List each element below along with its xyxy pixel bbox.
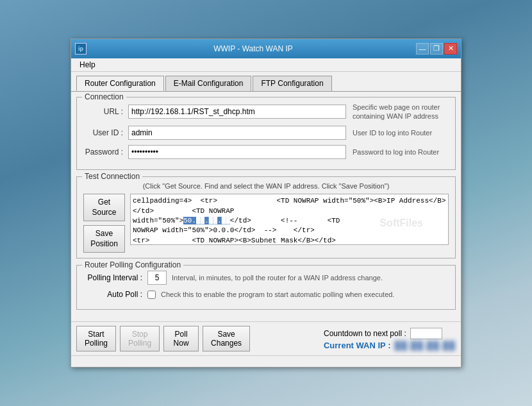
userid-hint: User ID to log into Router (346, 128, 449, 137)
autopoll-hint: Check this to enable the program to star… (156, 291, 394, 298)
tab-ftp-configuration[interactable]: FTP Configuration (253, 76, 331, 91)
url-label: URL : (83, 107, 128, 116)
wan-ip-label: Current WAN IP : (324, 341, 391, 350)
autopoll-checkbox-wrapper (147, 291, 156, 299)
countdown-label: Countdown to next poll : (324, 329, 406, 338)
footer-right: Countdown to next poll : Current WAN IP … (324, 328, 456, 350)
polling-group: Router Polling Configuration Polling Int… (76, 265, 456, 310)
url-row: URL : Specific web page on router contai… (83, 103, 449, 121)
polling-interval-label: Polling Interval : (83, 273, 147, 282)
footer: StartPolling StopPolling PollNow SaveCha… (71, 321, 461, 355)
tab-router-configuration[interactable]: Router Configuration (76, 76, 164, 91)
tab-email-configuration[interactable]: E-Mail Configuration (165, 76, 252, 91)
menubar: Help (71, 58, 461, 72)
status-bar (71, 355, 461, 367)
stop-polling-button[interactable]: StopPolling (120, 326, 160, 351)
wan-ip-row: Current WAN IP : ██.██.██.██ (324, 341, 456, 350)
minimize-button[interactable]: — (416, 43, 429, 55)
userid-input[interactable] (128, 126, 346, 140)
restore-button[interactable]: ❐ (430, 43, 443, 55)
window-title: WWIP - Watch WAN IP (90, 44, 416, 53)
source-container: cellpadding=4> <tr> <TD NOWRAP width="50… (130, 194, 449, 253)
polling-group-label: Router Polling Configuration (82, 260, 183, 269)
polling-interval-input[interactable] (147, 271, 167, 285)
autopoll-row: Auto Poll : Check this to enable the pro… (83, 290, 449, 299)
polling-interval-hint: Interval, in minutes, to poll the router… (167, 274, 383, 282)
wan-ip-value: ██.██.██.██ (394, 341, 456, 350)
source-display[interactable]: cellpadding=4> <tr> <TD NOWRAP width="50… (130, 194, 449, 245)
window-controls: — ❐ ✕ (416, 43, 457, 55)
url-input[interactable] (128, 105, 346, 119)
poll-now-button[interactable]: PollNow (163, 326, 199, 351)
save-position-button[interactable]: SavePosition (83, 225, 125, 253)
userid-label: User ID : (83, 128, 128, 137)
start-polling-button[interactable]: StartPolling (76, 326, 116, 351)
password-input[interactable] (128, 145, 346, 159)
password-row: Password : Password to log into Router (83, 145, 449, 159)
userid-row: User ID : User ID to log into Router (83, 126, 449, 140)
url-hint: Specific web page on router containing W… (346, 103, 449, 121)
app-icon: ip (75, 43, 87, 55)
close-button[interactable]: ✕ (444, 43, 457, 55)
main-content: Connection URL : Specific web page on ro… (71, 91, 461, 322)
polling-interval-row: Polling Interval : Interval, in minutes,… (83, 271, 449, 285)
autopoll-checkbox[interactable] (147, 291, 156, 299)
get-source-button[interactable]: GetSource (83, 194, 125, 221)
password-hint: Password to log into Router (346, 148, 449, 156)
test-buttons: GetSource SavePosition (83, 194, 125, 253)
test-connection-group: Test Connection (Click "Get Source. Find… (76, 176, 456, 258)
test-connection-content: GetSource SavePosition cellpadding=4> <t… (83, 194, 449, 253)
main-window: ip WWIP - Watch WAN IP — ❐ ✕ Help Router… (71, 38, 461, 368)
tabs: Router Configuration E-Mail Configuratio… (71, 72, 461, 91)
test-connection-hint: (Click "Get Source. Find and select the … (83, 182, 449, 190)
countdown-row: Countdown to next poll : (324, 328, 442, 339)
test-connection-label: Test Connection (82, 172, 142, 181)
password-label: Password : (83, 148, 128, 156)
connection-group-label: Connection (82, 92, 126, 101)
save-changes-button[interactable]: SaveChanges (203, 326, 250, 351)
countdown-box (410, 328, 442, 339)
titlebar: ip WWIP - Watch WAN IP — ❐ ✕ (71, 39, 461, 58)
autopoll-label: Auto Poll : (83, 290, 147, 299)
menu-help[interactable]: Help (76, 59, 99, 71)
connection-group: Connection URL : Specific web page on ro… (76, 97, 456, 171)
